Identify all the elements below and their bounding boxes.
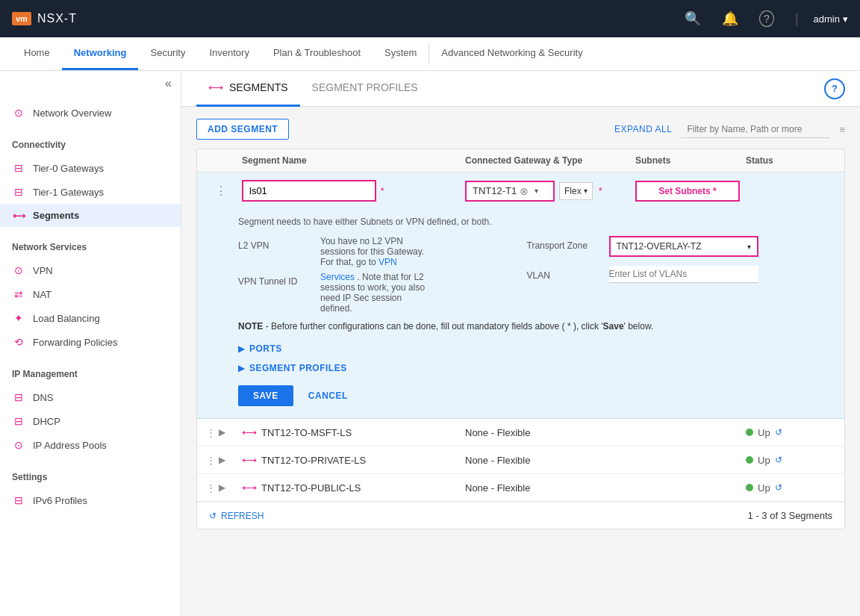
right-fields: Transport Zone TNT12-OVERLAY-TZ ▾ VLAN — [527, 236, 804, 314]
divider: | — [795, 11, 799, 27]
row3-status: Up ↺ — [746, 482, 835, 494]
l2vpn-text3: For that, go to VPN — [320, 257, 515, 267]
search-icon[interactable]: 🔍 — [685, 10, 701, 27]
tab-segment-profiles[interactable]: SEGMENT PROFILES — [300, 71, 430, 107]
transport-zone-field: Transport Zone TNT12-OVERLAY-TZ ▾ — [527, 236, 804, 257]
segment-name-input[interactable] — [242, 180, 376, 202]
expanded-row-header: ⋮ * TNT12-T1 ⊗ ▾ Flex — [197, 172, 844, 209]
add-segment-button[interactable]: ADD SEGMENT — [196, 119, 289, 140]
vlan-label: VLAN — [527, 266, 602, 281]
drag-handle[interactable]: ⋮ — [206, 184, 236, 198]
sidebar-item-segments[interactable]: ⟷ Segments — [0, 204, 181, 227]
segment-name-field: * — [242, 180, 459, 202]
sidebar-collapse-button[interactable]: « — [165, 77, 172, 90]
action-buttons: SAVE CANCEL — [238, 385, 803, 406]
transport-zone-chevron-icon: ▾ — [747, 243, 751, 251]
row3-drag-icon[interactable]: ⋮ — [206, 482, 216, 494]
sidebar-ip-management-title: IP Management — [0, 363, 181, 385]
nav-system[interactable]: System — [373, 37, 429, 70]
cancel-button[interactable]: CANCEL — [299, 385, 357, 406]
ports-header[interactable]: ▶ PORTS — [238, 340, 803, 357]
table-row: ⋮ ▶ ⟷ TNT12-TO-PRIVATE-LS None - Flexibl… — [197, 447, 844, 474]
sidebar-item-ipv6-profiles[interactable]: ⊟ IPv6 Profiles — [0, 488, 181, 512]
sidebar-item-tier0[interactable]: ⊟ Tier-0 Gateways — [0, 156, 181, 180]
load-balancing-label: Load Balancing — [33, 313, 100, 324]
sidebar-item-network-overview[interactable]: ⊙ Network Overview — [0, 101, 181, 125]
row2-gateway: None - Flexible — [465, 455, 629, 466]
sidebar-item-tier1[interactable]: ⊟ Tier-1 Gateways — [0, 180, 181, 204]
row1-expand-icon[interactable]: ▶ — [219, 427, 225, 438]
help-icon[interactable]: ? — [759, 10, 774, 27]
nav-plan[interactable]: Plan & Troubleshoot — [261, 37, 373, 70]
sidebar-ip-management-section: IP Management ⊟ DNS ⊟ DHCP ⊙ IP Address … — [0, 358, 181, 461]
sidebar-item-nat[interactable]: ⇄ NAT — [0, 282, 181, 306]
table-row: ⋮ ▶ ⟷ TNT12-TO-PUBLIC-LS None - Flexible… — [197, 474, 844, 502]
tab-segments[interactable]: ⟷ SEGMENTS — [196, 71, 300, 107]
row1-refresh-icon[interactable]: ↺ — [775, 427, 782, 438]
vpn-tunnel-field: VPN Tunnel ID Services . Note that for L… — [238, 272, 515, 314]
user-menu[interactable]: admin ▾ — [814, 13, 848, 25]
pagination-text: 1 - 3 of 3 Segments — [748, 510, 832, 521]
l2vpn-label: L2 VPN — [238, 236, 313, 251]
sidebar-item-forwarding-policies[interactable]: ⟲ Forwarding Policies — [0, 330, 181, 354]
table-row: ⋮ ▶ ⟷ TNT12-TO-MSFT-LS None - Flexible U… — [197, 419, 844, 447]
segment-profiles-header[interactable]: ▶ SEGMENT PROFILES — [238, 360, 803, 376]
col-gateway: Connected Gateway & Type — [465, 155, 629, 166]
expand-all-button[interactable]: EXPAND ALL — [614, 124, 672, 134]
nav-inventory[interactable]: Inventory — [197, 37, 261, 70]
sidebar-item-dns[interactable]: ⊟ DNS — [0, 385, 181, 409]
row2-actions: ⋮ ▶ — [206, 455, 236, 466]
services-link[interactable]: Services — [320, 272, 355, 282]
col-subnets: Subnets — [635, 155, 740, 166]
sidebar-item-dhcp[interactable]: ⊟ DHCP — [0, 409, 181, 433]
segment-profiles-section: ▶ SEGMENT PROFILES — [238, 360, 803, 376]
segments-table: Segment Name Connected Gateway & Type Su… — [196, 149, 845, 529]
vpn-tunnel-text1: Services . Note that for L2 — [320, 272, 515, 282]
expanded-content: Segment needs to have either Subnets or … — [197, 209, 844, 418]
dns-label: DNS — [33, 392, 53, 403]
save-button[interactable]: SAVE — [238, 385, 293, 406]
help-button[interactable]: ? — [824, 78, 845, 99]
nav-advanced[interactable]: Advanced Networking & Security — [429, 37, 594, 70]
load-balancing-icon: ✦ — [12, 312, 25, 324]
row2-refresh-icon[interactable]: ↺ — [775, 455, 782, 465]
sidebar-item-ip-pools[interactable]: ⊙ IP Address Pools — [0, 433, 181, 457]
bell-icon[interactable]: 🔔 — [722, 10, 738, 27]
segment-profiles-arrow-icon: ▶ — [238, 363, 245, 373]
nav-security[interactable]: Security — [138, 37, 197, 70]
gateway-chevron-icon[interactable]: ▾ — [535, 187, 538, 195]
row2-status: Up ↺ — [746, 455, 835, 466]
navbar: Home Networking Security Inventory Plan … — [0, 37, 860, 71]
filter-input[interactable] — [681, 121, 830, 138]
row2-drag-icon[interactable]: ⋮ — [206, 455, 216, 466]
nav-home[interactable]: Home — [12, 37, 62, 70]
col-status: Status — [746, 155, 835, 166]
toolbar: ADD SEGMENT EXPAND ALL ≡ — [196, 119, 845, 140]
gateway-input[interactable]: TNT12-T1 ⊗ ▾ — [465, 181, 555, 202]
tier1-icon: ⊟ — [12, 186, 25, 198]
sidebar-network-overview-section: ⊙ Network Overview — [0, 96, 181, 129]
ports-label: PORTS — [249, 343, 282, 354]
vpn-tunnel-text3: need IP Sec session — [320, 293, 515, 303]
row3-refresh-icon[interactable]: ↺ — [775, 482, 782, 493]
refresh-button[interactable]: ↺ REFRESH — [209, 511, 264, 521]
row2-expand-icon[interactable]: ▶ — [219, 455, 225, 465]
transport-zone-select[interactable]: TNT12-OVERLAY-TZ ▾ — [609, 236, 758, 257]
sidebar-settings-title: Settings — [0, 466, 181, 488]
gateway-type-value: Flex — [564, 186, 582, 196]
gateway-close-icon[interactable]: ⊗ — [520, 185, 529, 197]
table-footer: ↺ REFRESH 1 - 3 of 3 Segments — [197, 502, 844, 529]
set-subnets-button[interactable]: Set Subnets * — [635, 181, 740, 202]
nav-networking[interactable]: Networking — [62, 37, 139, 70]
row1-drag-icon[interactable]: ⋮ — [206, 427, 216, 438]
row3-name: TNT12-TO-PUBLIC-LS — [261, 482, 361, 494]
gateway-type-dropdown[interactable]: Flex ▾ — [559, 182, 593, 200]
sidebar-item-load-balancing[interactable]: ✦ Load Balancing — [0, 306, 181, 330]
vlan-input[interactable] — [609, 266, 758, 283]
vpn-tunnel-text4: defined. — [320, 303, 515, 314]
sidebar-item-vpn[interactable]: ⊙ VPN — [0, 258, 181, 282]
vpn-link[interactable]: VPN — [378, 257, 397, 267]
l2vpn-field: L2 VPN You have no L2 VPN sessions for t… — [238, 236, 515, 267]
row3-expand-icon[interactable]: ▶ — [219, 482, 225, 493]
row2-status-dot — [746, 456, 753, 464]
